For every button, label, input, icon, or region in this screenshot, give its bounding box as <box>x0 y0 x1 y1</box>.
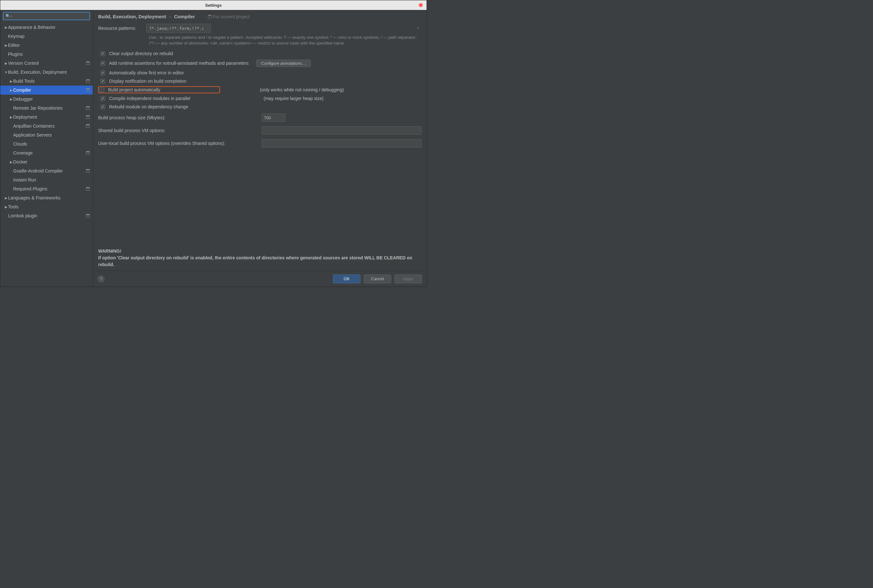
sidebar-item-editor[interactable]: ▶Editor <box>0 41 93 50</box>
tree-arrow-icon: ▶ <box>4 26 8 29</box>
sidebar-item-label: Build Tools <box>13 78 86 84</box>
tree-arrow-icon: ▶ <box>4 62 8 65</box>
resource-hint: Use ; to separate patterns and ! to nega… <box>149 34 421 46</box>
rebuild-dep-checkbox[interactable] <box>101 105 105 110</box>
tree-arrow-icon: ▶ <box>9 88 13 92</box>
sidebar-item-label: Lombok plugin <box>8 213 86 218</box>
sidebar-item-application-servers[interactable]: ▶Application Servers <box>0 130 93 140</box>
settings-tree: ▶Appearance & Behavior▶Keymap▶Editor▶Plu… <box>0 22 93 286</box>
sidebar-item-lombok-plugin[interactable]: ▶Lombok plugin <box>0 211 93 220</box>
heap-size-input[interactable] <box>262 114 285 122</box>
sidebar-item-tools[interactable]: ▶Tools <box>0 202 93 211</box>
body: 🔍▾ ▶Appearance & Behavior▶Keymap▶Editor▶… <box>0 10 427 286</box>
display-notif-label: Display notification on build completion <box>109 78 186 84</box>
sidebar-item-gradle-android-compiler[interactable]: ▶Gradle-Android Compiler <box>0 166 93 176</box>
project-badge-icon <box>86 88 90 92</box>
auto-show-error-row: Automatically show first error in editor <box>98 69 421 77</box>
compile-parallel-note: (may require larger heap size) <box>264 96 324 101</box>
sidebar-item-languages-frameworks[interactable]: ▶Languages & Frameworks <box>0 194 93 202</box>
sidebar-item-label: Application Servers <box>13 132 90 138</box>
sidebar-item-coverage[interactable]: ▶Coverage <box>0 148 93 158</box>
add-runtime-row: Add runtime assertions for notnull-annot… <box>98 58 421 69</box>
apply-button[interactable]: Apply <box>395 274 422 284</box>
sidebar-item-label: Version Control <box>8 61 86 66</box>
build-auto-label: Build project automatically <box>108 87 160 92</box>
sidebar-item-build-tools[interactable]: ▶Build Tools <box>0 76 93 86</box>
svg-rect-13 <box>86 152 90 152</box>
sidebar-item-version-control[interactable]: ▶Version Control <box>0 58 93 68</box>
search-input[interactable]: 🔍▾ <box>3 12 90 20</box>
clear-output-row: Clear output directory on rebuild <box>98 50 421 58</box>
resource-pattern-row: Resource patterns: ⤢ <box>98 24 421 33</box>
sidebar-item-deployment[interactable]: ▶Deployment <box>0 112 93 122</box>
titlebar: Settings <box>0 0 427 10</box>
compile-parallel-checkbox[interactable] <box>101 96 105 101</box>
project-badge-icon <box>86 79 90 83</box>
svg-rect-17 <box>86 187 90 188</box>
sidebar-item-docker[interactable]: ▶Docker <box>0 158 93 166</box>
help-button[interactable]: ? <box>98 275 105 282</box>
sidebar-item-label: Gradle-Android Compiler <box>13 168 86 174</box>
project-badge-icon <box>86 187 90 191</box>
expand-icon[interactable]: ⤢ <box>416 26 419 30</box>
svg-rect-3 <box>86 80 90 81</box>
project-badge-icon <box>208 15 212 19</box>
shared-vm-input[interactable] <box>262 126 421 135</box>
tree-arrow-icon: ▶ <box>4 205 8 209</box>
search-icon: 🔍▾ <box>6 14 12 18</box>
sidebar-item-debugger[interactable]: ▶Debugger <box>0 94 93 104</box>
clear-output-label: Clear output directory on rebuild <box>109 51 173 56</box>
sidebar-item-label: Languages & Frameworks <box>8 195 90 200</box>
sidebar-item-required-plugins[interactable]: ▶Required Plugins <box>0 184 93 194</box>
ok-button[interactable]: OK <box>333 274 361 284</box>
add-runtime-label: Add runtime assertions for notnull-annot… <box>109 61 249 66</box>
build-auto-checkbox[interactable] <box>99 87 104 92</box>
user-vm-input[interactable] <box>262 139 421 147</box>
tree-arrow-icon: ▶ <box>9 80 13 83</box>
project-badge-icon <box>86 169 90 173</box>
sidebar-item-instant-run[interactable]: ▶Instant Run <box>0 176 93 184</box>
sidebar-item-label: Editor <box>8 43 90 48</box>
svg-rect-5 <box>86 88 90 90</box>
sidebar-item-build-execution-deployment[interactable]: ▼Build, Execution, Deployment <box>0 68 93 76</box>
resource-input-wrap: ⤢ <box>146 24 421 33</box>
rebuild-dep-row: Rebuild module on dependency change <box>98 103 421 111</box>
auto-show-error-checkbox[interactable] <box>101 70 105 75</box>
compile-parallel-label: Compile independent modules in parallel <box>109 96 260 101</box>
breadcrumb-child: Compiler <box>174 14 195 19</box>
add-runtime-checkbox[interactable] <box>101 61 105 66</box>
sidebar-item-label: Remote Jar Repositories <box>13 105 86 111</box>
sidebar-item-plugins[interactable]: ▶Plugins <box>0 50 93 58</box>
main-content: Build, Execution, Deployment › Compiler … <box>93 10 427 271</box>
sidebar-item-compiler[interactable]: ▶Compiler <box>0 86 93 94</box>
sidebar-item-label: Clouds <box>13 141 90 147</box>
settings-window: Settings 🔍▾ ▶Appearance & Behavior▶Keyma… <box>0 0 427 287</box>
clear-output-checkbox[interactable] <box>101 51 105 56</box>
breadcrumb-parent: Build, Execution, Deployment <box>98 14 166 19</box>
sidebar-item-arquillian-containers[interactable]: ▶Arquillian Containers <box>0 122 93 130</box>
configure-annotations-button[interactable]: Configure annotations… <box>256 60 311 67</box>
close-icon[interactable] <box>419 3 423 7</box>
project-badge-icon <box>86 151 90 155</box>
project-badge-icon <box>86 124 90 128</box>
svg-rect-11 <box>86 124 90 125</box>
sidebar-item-label: Tools <box>8 204 90 209</box>
user-vm-label: User-local build process VM options (ove… <box>98 141 259 146</box>
display-notif-checkbox[interactable] <box>101 79 105 84</box>
breadcrumb-sep: › <box>169 14 171 19</box>
warning-block: WARNING! If option 'Clear output directo… <box>98 248 421 268</box>
warning-body: If option 'Clear output directory on reb… <box>98 255 421 268</box>
sidebar-item-label: Arquillian Containers <box>13 123 86 129</box>
sidebar-item-appearance-behavior[interactable]: ▶Appearance & Behavior <box>0 23 93 32</box>
sidebar: 🔍▾ ▶Appearance & Behavior▶Keymap▶Editor▶… <box>0 10 93 286</box>
tree-arrow-icon: ▶ <box>9 98 13 101</box>
sidebar-item-clouds[interactable]: ▶Clouds <box>0 140 93 148</box>
sidebar-item-remote-jar-repositories[interactable]: ▶Remote Jar Repositories <box>0 104 93 112</box>
breadcrumb-hint: For current project <box>208 14 249 19</box>
resource-pattern-input[interactable] <box>146 24 211 33</box>
svg-rect-19 <box>86 214 90 215</box>
sidebar-item-keymap[interactable]: ▶Keymap <box>0 32 93 41</box>
search-wrap: 🔍▾ <box>0 10 93 22</box>
sidebar-item-label: Coverage <box>13 150 86 156</box>
cancel-button[interactable]: Cancel <box>364 274 391 284</box>
